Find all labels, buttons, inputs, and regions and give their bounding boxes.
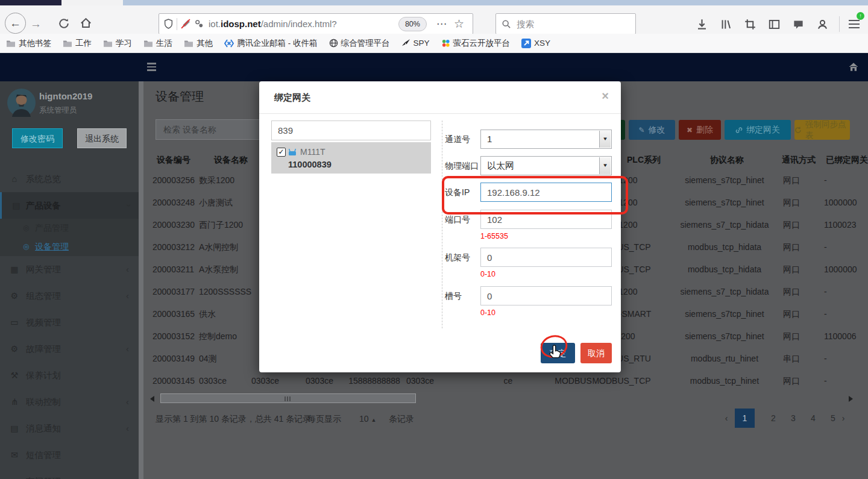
browser-search-input[interactable]	[515, 19, 614, 30]
edit-button[interactable]: ✎修改	[629, 120, 675, 140]
page-button-3[interactable]: 3	[787, 409, 799, 428]
sidebar-item-4[interactable]: ▭视频管理	[0, 309, 139, 336]
input-机架号[interactable]	[480, 248, 612, 267]
dropdown-arrow-icon[interactable]: ▼	[599, 131, 611, 148]
page-button-5[interactable]: 5	[827, 409, 839, 428]
cancel-button[interactable]: 取消	[580, 343, 612, 363]
record-info: 显示第 1 到第 10 条记录，总共 41 条记录	[156, 413, 311, 424]
sidebar-submenu: ◎产品管理◎设备管理	[0, 219, 139, 256]
close-icon[interactable]: ×	[602, 90, 609, 102]
zoom-level-badge[interactable]: 80%	[398, 17, 427, 31]
input-槽号[interactable]	[480, 286, 612, 305]
change-password-button[interactable]: 修改密码	[12, 128, 63, 148]
select-通道号[interactable]: 1▼	[480, 130, 612, 149]
back-button[interactable]: ←	[5, 13, 26, 34]
per-page-label: 每页显示	[307, 413, 341, 424]
sidebar-item-5[interactable]: ⚙故障管理‹	[0, 336, 139, 362]
account-icon[interactable]	[817, 19, 828, 33]
bookmark-item[interactable]: 腾讯企业邮箱 - 收件箱	[224, 38, 318, 49]
cell-proto: modbus_tcp_hinet	[690, 370, 759, 392]
sidebar-item-1[interactable]: ▤产品设备‹	[0, 192, 139, 219]
bookmark-star-icon[interactable]: ☆	[454, 17, 464, 31]
sidebar-item-2[interactable]: ▦网关管理‹	[0, 256, 139, 283]
home-button[interactable]	[80, 17, 92, 31]
sidebar-toggle-icon[interactable]	[769, 19, 780, 33]
sidebar-item-0[interactable]: ⌂系统总览	[0, 166, 139, 192]
sidebar-item-7[interactable]: ⋔联动控制‹	[0, 389, 139, 415]
checkbox-checked-icon[interactable]: ✓	[277, 148, 286, 157]
column-header[interactable]: 设备编号	[157, 152, 190, 167]
forward-button[interactable]: →	[30, 18, 42, 30]
sidebar-item-label: 产品设备	[26, 192, 61, 219]
bookmark-item[interactable]: XSY	[521, 39, 550, 48]
sidebar-item-label: 消息通知	[26, 415, 61, 442]
prev-page-button[interactable]: ‹	[721, 409, 732, 428]
app-home-icon[interactable]	[848, 61, 859, 75]
download-icon[interactable]	[696, 19, 708, 33]
column-header[interactable]: 已绑定网关	[826, 152, 868, 167]
app-header	[0, 53, 868, 81]
field-hint: 1-65535	[480, 232, 508, 240]
pencil-icon: ✎	[638, 126, 644, 134]
browser-search[interactable]	[495, 13, 636, 34]
sidebar-item-9[interactable]: ✉短信管理	[0, 442, 139, 468]
gateway-list-item[interactable]: ✓ M111T 110000839	[271, 142, 431, 174]
page-button-1[interactable]: 1	[735, 409, 755, 428]
permissions-icon[interactable]	[195, 19, 204, 28]
bookmark-item[interactable]: 萤石云开放平台	[441, 38, 511, 49]
page-button-4[interactable]: 4	[807, 409, 819, 428]
reload-button[interactable]	[58, 18, 69, 31]
scroll-left-icon[interactable]	[150, 396, 154, 402]
column-header[interactable]: 设备名称	[214, 152, 248, 167]
url-bar[interactable]: iot.idosp.net/admin/index.html? 80% ⋯ ☆	[159, 13, 473, 34]
horizontal-scrollbar[interactable]	[160, 393, 416, 403]
sidebar-item-10[interactable]: ▦车间管理	[0, 468, 139, 479]
column-header[interactable]: 协议名称	[710, 152, 744, 167]
delete-button[interactable]: ✖删除	[679, 120, 721, 140]
cell-plc: MODBUS_TCP	[592, 370, 650, 392]
sidebar-item-8[interactable]: ▤消息通知‹	[0, 415, 139, 442]
bookmark-folder[interactable]: 其他	[184, 38, 213, 49]
column-header[interactable]: 通讯方式	[782, 152, 816, 167]
page-actions-icon[interactable]: ⋯	[436, 17, 447, 30]
bookmark-folder[interactable]: 学习	[103, 38, 132, 49]
screenshot-icon[interactable]	[744, 19, 756, 33]
page-button-2[interactable]: 2	[767, 409, 779, 428]
scroll-right-icon[interactable]	[849, 396, 853, 402]
bind-gateway-button[interactable]: 绑定网关	[725, 120, 791, 140]
blocked-pencil-icon[interactable]	[181, 19, 191, 29]
column-header[interactable]: PLC系列	[627, 152, 661, 167]
bookmark-item[interactable]: SPY	[401, 39, 430, 48]
avatar[interactable]	[7, 89, 36, 119]
force-sync-button[interactable]: 强制同步点表	[794, 120, 850, 140]
bookmark-folder[interactable]: 生活	[143, 38, 172, 49]
cell-id: 200003211	[153, 258, 194, 281]
dropdown-arrow-icon[interactable]: ▼	[599, 157, 611, 174]
annotation-highlight-box	[442, 176, 628, 214]
url-text[interactable]: iot.idosp.net/admin/index.html?	[209, 19, 398, 29]
sidebar-collapse-icon[interactable]	[147, 63, 156, 73]
bind-gateway-modal: 绑定网关 × ✓ M111T 110000839 通道号1▼物理端口以太网▼设备…	[259, 81, 621, 372]
bookmark-folder[interactable]: 其他书签	[6, 38, 51, 49]
cell-comm: 串口	[783, 348, 800, 370]
library-icon[interactable]	[720, 19, 732, 33]
gateway-search-input[interactable]	[271, 121, 431, 140]
device-search-input[interactable]	[156, 119, 274, 140]
sidebar-subitem[interactable]: ◎产品管理	[0, 219, 139, 237]
select-物理端口[interactable]: 以太网▼	[480, 156, 612, 175]
bookmark-folder[interactable]: 工作	[63, 38, 92, 49]
next-page-button[interactable]: ›	[838, 409, 849, 428]
sidebar-subitem[interactable]: ◎设备管理	[0, 237, 139, 256]
sync-icon	[794, 127, 802, 134]
sidebar-item-6[interactable]: ⚒保养计划	[0, 362, 139, 389]
page-title: 设备管理	[156, 89, 204, 105]
sidebar-subitem-label: 设备管理	[35, 237, 69, 256]
cell-name: 供水	[199, 303, 216, 325]
per-page-select[interactable]: 10 ▲	[359, 413, 376, 424]
menu-button[interactable]	[849, 20, 860, 31]
bookmark-item[interactable]: 综合管理平台	[329, 38, 390, 49]
pocket-chat-icon[interactable]	[793, 19, 804, 33]
logout-button[interactable]: 退出系统	[77, 128, 127, 148]
bookmark-label: 萤石云开放平台	[453, 38, 511, 49]
sidebar-item-3[interactable]: ⚙组态管理‹	[0, 283, 139, 309]
